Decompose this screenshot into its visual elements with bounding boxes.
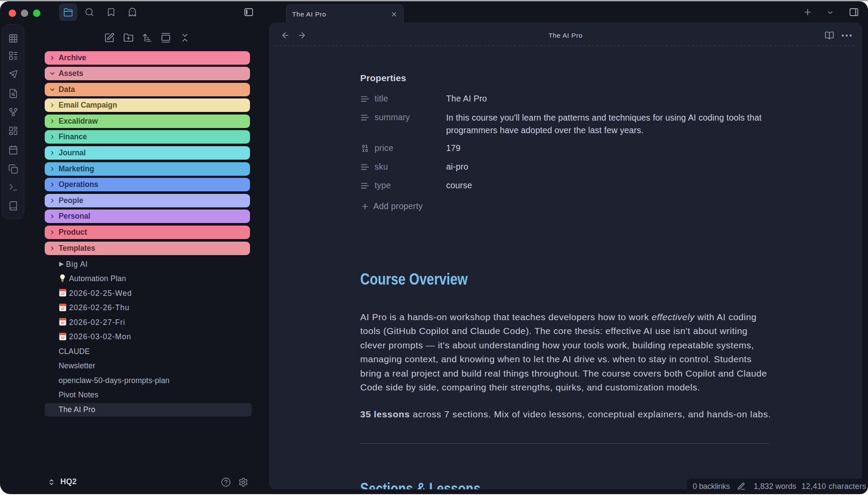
svg-text:17: 17 bbox=[61, 306, 65, 310]
svg-text:17: 17 bbox=[61, 321, 65, 325]
svg-text:17: 17 bbox=[61, 335, 65, 339]
svg-text:17: 17 bbox=[61, 292, 65, 296]
